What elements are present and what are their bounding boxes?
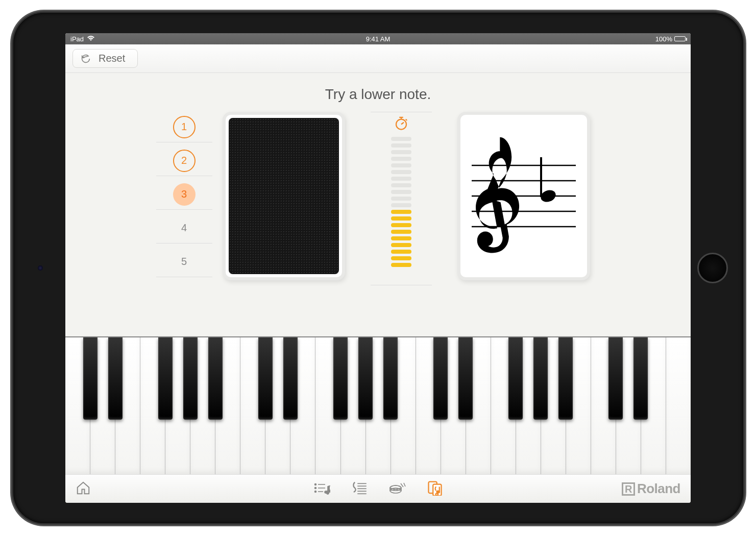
gauge-segment: [391, 143, 411, 148]
bottom-tab-bar: R Roland: [65, 474, 691, 503]
hint-text: Try a lower note.: [65, 73, 691, 112]
gauge-segment: [391, 190, 411, 194]
reset-label: Reset: [99, 53, 125, 64]
gauge-segment: [391, 177, 411, 181]
status-bar: iPad 9:41 AM 100%: [65, 33, 691, 44]
gauge-segment: [391, 157, 411, 161]
wifi-icon: [87, 35, 95, 43]
white-key[interactable]: [666, 337, 691, 474]
gauge-segment: [391, 243, 411, 247]
card-back-pattern: [229, 118, 339, 274]
svg-line-26: [404, 483, 405, 486]
svg-rect-7: [540, 157, 542, 197]
svg-point-8: [314, 483, 316, 485]
songlist-icon[interactable]: [314, 480, 330, 498]
svg-point-14: [325, 491, 328, 493]
timer-column: [371, 112, 432, 285]
app-screen: iPad 9:41 AM 100% Reset: [65, 33, 691, 503]
reset-button[interactable]: Reset: [72, 49, 138, 68]
stopwatch-icon: [394, 115, 409, 133]
black-key[interactable]: [258, 337, 273, 420]
brand-logo: R Roland: [622, 481, 680, 497]
battery-percent: 100%: [655, 35, 672, 43]
black-key[interactable]: [608, 337, 623, 420]
flashcard-icon[interactable]: [427, 480, 443, 498]
gauge-segment: [391, 197, 411, 201]
ipad-frame: iPad 9:41 AM 100% Reset: [13, 13, 743, 523]
level-number: 1: [173, 116, 196, 138]
black-key[interactable]: [633, 337, 648, 420]
undo-icon: [80, 53, 91, 64]
level-number: 5: [173, 251, 196, 273]
level-number: 4: [173, 217, 196, 239]
gauge-segment: [391, 137, 411, 141]
black-key[interactable]: [458, 337, 473, 420]
black-key[interactable]: [383, 337, 398, 420]
black-key[interactable]: [358, 337, 373, 420]
gauge-segment: [391, 150, 411, 154]
timer-gauge: [391, 137, 411, 267]
gauge-segment: [391, 203, 411, 207]
gauge-segment: [391, 170, 411, 174]
rhythm-icon[interactable]: [388, 480, 406, 498]
black-key[interactable]: [208, 337, 223, 420]
clock-label: 9:41 AM: [366, 35, 391, 43]
piano-keyboard[interactable]: [65, 336, 691, 474]
level-4[interactable]: 4: [156, 213, 212, 243]
level-list: 12345: [156, 112, 212, 321]
svg-line-25: [401, 483, 403, 487]
gauge-segment: [391, 216, 411, 221]
game-content: Try a lower note. 12345: [65, 73, 691, 336]
gauge-segment: [391, 263, 411, 267]
gauge-segment: [391, 223, 411, 227]
level-number: 2: [173, 150, 196, 172]
gauge-segment: [391, 210, 411, 214]
level-5[interactable]: 5: [156, 247, 212, 277]
gauge-segment: [391, 256, 411, 260]
battery-icon: [674, 36, 686, 41]
black-key[interactable]: [533, 337, 548, 420]
svg-point-12: [314, 491, 316, 492]
black-key[interactable]: [333, 337, 348, 420]
level-1[interactable]: 1: [156, 112, 212, 142]
black-key[interactable]: [108, 337, 123, 420]
gauge-segment: [391, 236, 411, 240]
black-key[interactable]: [83, 337, 97, 420]
black-key[interactable]: [433, 337, 448, 420]
ipad-home-button[interactable]: [697, 253, 728, 283]
level-2[interactable]: 2: [156, 145, 212, 176]
score-icon[interactable]: [352, 480, 367, 498]
note-flashcard[interactable]: [457, 112, 590, 280]
treble-clef-icon: [476, 137, 519, 253]
gauge-segment: [391, 163, 411, 167]
black-key[interactable]: [558, 337, 573, 420]
gauge-segment: [391, 250, 411, 254]
brand-mark-icon: R: [622, 482, 635, 496]
gauge-segment: [391, 230, 411, 234]
gauge-segment: [391, 183, 411, 187]
top-toolbar: Reset: [65, 44, 691, 73]
card-deck[interactable]: [223, 112, 345, 280]
black-key[interactable]: [283, 337, 298, 420]
black-key[interactable]: [508, 337, 523, 420]
svg-point-10: [314, 487, 316, 489]
staff-with-note: [468, 130, 580, 262]
home-icon[interactable]: [76, 480, 91, 498]
carrier-label: iPad: [70, 35, 84, 43]
brand-text: Roland: [637, 481, 680, 497]
black-key[interactable]: [158, 337, 173, 420]
level-3[interactable]: 3: [156, 179, 212, 210]
ipad-camera: [38, 265, 43, 271]
level-number: 3: [173, 183, 196, 206]
black-key[interactable]: [183, 337, 198, 420]
